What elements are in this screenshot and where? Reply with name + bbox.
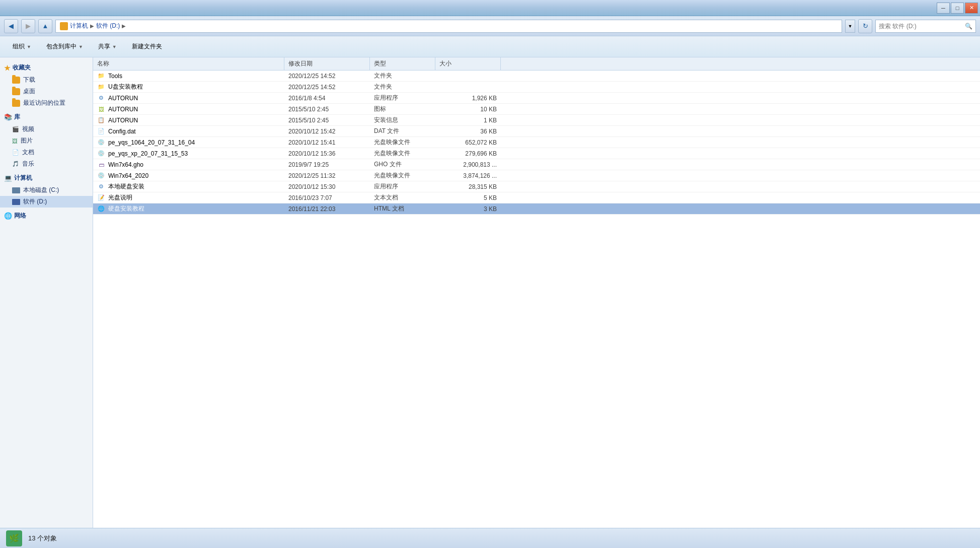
status-icon: 🌿 [6,530,22,546]
file-row[interactable]: 💿 pe_yqs_xp_20_07_31_15_53 2020/10/12 15… [93,148,980,159]
cell-date-10: 2020/10/12 15:30 [284,183,370,190]
cell-size-7: 279,696 KB [435,150,501,157]
cell-date-9: 2020/12/25 11:32 [284,172,370,179]
cell-date-4: 2015/5/10 2:45 [284,117,370,124]
cell-size-10: 28,315 KB [435,183,501,190]
sidebar-item-images[interactable]: 🖼 图片 [0,135,93,147]
sidebar-item-desktop[interactable]: 桌面 [0,86,93,97]
filename-6: pe_yqs_1064_20_07_31_16_04 [108,139,195,146]
sidebar-item-video[interactable]: 🎬 视频 [0,123,93,135]
music-label: 音乐 [22,160,34,168]
sidebar-section-computer: 💻 计算机 本地磁盘 (C:) 软件 (D:) [0,172,93,208]
lib-icon: 📚 [4,113,12,121]
sidebar-item-downloads[interactable]: 下载 [0,74,93,86]
file-row[interactable]: 📋 AUTORUN 2015/5/10 2:45 安装信息 1 KB [93,115,980,126]
file-row[interactable]: ⚙ AUTORUN 2016/1/8 4:54 应用程序 1,926 KB [93,93,980,104]
sidebar-section-network-header[interactable]: 🌐 网络 [0,210,93,222]
close-button[interactable]: ✕ [965,3,978,14]
cell-size-11: 5 KB [435,194,501,201]
filename-5: Config.dat [108,128,136,135]
file-row[interactable]: 📁 Tools 2020/12/25 14:52 文件夹 [93,71,980,82]
file-icon-7: 💿 [97,150,105,158]
file-icon-12: 🌐 [97,205,105,213]
cell-date-6: 2020/10/12 15:41 [284,139,370,146]
cell-date-7: 2020/10/12 15:36 [284,150,370,157]
file-list: 📁 Tools 2020/12/25 14:52 文件夹 📁 U盘安装教程 20… [93,71,980,528]
cell-type-8: GHO 文件 [370,160,435,169]
folder-icon-recent [12,100,20,107]
minimize-button[interactable]: ─ [937,3,950,14]
maximize-button[interactable]: □ [951,3,964,14]
col-header-size[interactable]: 大小 [435,57,501,70]
file-area: 名称 修改日期 类型 大小 📁 Tools 2020/12/25 14:52 文… [93,57,980,528]
sidebar-item-music[interactable]: 🎵 音乐 [0,158,93,170]
network-icon: 🌐 [4,212,12,220]
path-sep1: ▶ [90,23,94,29]
drive-c-label: 本地磁盘 (C:) [23,186,59,194]
include-in-lib-label: 包含到库中 [46,42,77,51]
computer-icon: 💻 [4,174,12,182]
file-row[interactable]: 💿 pe_yqs_1064_20_07_31_16_04 2020/10/12 … [93,137,980,148]
cell-size-8: 2,900,813 ... [435,161,501,168]
col-header-date[interactable]: 修改日期 [284,57,370,70]
sidebar-section-library: 📚 库 🎬 视频 🖼 图片 📄 文档 🎵 音乐 [0,111,93,170]
cell-name-11: 📝 光盘说明 [93,193,284,202]
path-sep2: ▶ [122,23,126,29]
col-header-type[interactable]: 类型 [370,57,435,70]
file-row[interactable]: 📄 Config.dat 2020/10/12 15:42 DAT 文件 36 … [93,126,980,137]
filename-2: AUTORUN [108,95,138,102]
refresh-button[interactable]: ↻ [858,19,872,33]
image-icon: 🖼 [12,138,18,144]
doc-icon: 📄 [12,149,19,156]
file-row[interactable]: 📁 U盘安装教程 2020/12/25 14:52 文件夹 [93,82,980,93]
file-icon-4: 📋 [97,116,105,124]
file-row[interactable]: 🌐 硬盘安装教程 2016/11/21 22:03 HTML 文档 3 KB [93,203,980,215]
forward-button[interactable]: ▶ [21,19,35,33]
cell-size-3: 10 KB [435,106,501,113]
include-in-lib-button[interactable]: 包含到库中 ▼ [40,39,90,55]
drive-d-icon [12,199,20,205]
share-button[interactable]: 共享 ▼ [92,39,123,55]
file-row[interactable]: 🗃 Win7x64.gho 2019/9/7 19:25 GHO 文件 2,90… [93,159,980,170]
sidebar-section-favorites-header[interactable]: ★ 收藏夹 [0,61,93,74]
cell-name-0: 📁 Tools [93,72,284,80]
file-icon-6: 💿 [97,139,105,147]
search-input[interactable] [879,23,963,30]
file-row[interactable]: ⚙ 本地硬盘安装 2020/10/12 15:30 应用程序 28,315 KB [93,181,980,192]
folder-icon [12,77,20,84]
file-row[interactable]: 📝 光盘说明 2016/10/23 7:07 文本文档 5 KB [93,192,980,203]
new-folder-button[interactable]: 新建文件夹 [125,39,169,55]
address-path[interactable]: 计算机 ▶ 软件 (D:) ▶ [55,20,842,33]
sidebar-item-recent[interactable]: 最近访问的位置 [0,97,93,109]
sidebar-item-drive-c[interactable]: 本地磁盘 (C:) [0,184,93,196]
cell-type-4: 安装信息 [370,116,435,124]
file-icon-9: 💿 [97,172,105,180]
filename-3: AUTORUN [108,106,138,113]
col-header-name[interactable]: 名称 [93,57,284,70]
address-dropdown[interactable]: ▼ [845,20,855,33]
organize-button[interactable]: 组织 ▼ [6,39,38,55]
share-label: 共享 [98,42,110,51]
computer-label: 计算机 [14,174,32,182]
star-icon: ★ [4,64,11,72]
sidebar-section-favorites: ★ 收藏夹 下载 桌面 最近访问的位置 [0,61,93,109]
cell-date-12: 2016/11/21 22:03 [284,206,370,213]
status-bar: 🌿 13 个对象 [0,528,980,548]
main-layout: ★ 收藏夹 下载 桌面 最近访问的位置 📚 库 🎬 [0,57,980,528]
sidebar-section-library-header[interactable]: 📚 库 [0,111,93,123]
include-arrow: ▼ [79,44,83,49]
file-list-header: 名称 修改日期 类型 大小 [93,57,980,71]
network-label: 网络 [14,212,26,220]
library-label: 库 [14,113,20,121]
sidebar-item-docs[interactable]: 📄 文档 [0,147,93,158]
cell-type-12: HTML 文档 [370,204,435,213]
sidebar-section-computer-header[interactable]: 💻 计算机 [0,172,93,184]
back-button[interactable]: ◀ [4,19,18,33]
sidebar-item-drive-d[interactable]: 软件 (D:) [0,196,93,208]
up-button[interactable]: ▲ [38,19,52,33]
search-box[interactable]: 🔍 [875,20,976,33]
cell-size-5: 36 KB [435,128,501,135]
filename-8: Win7x64.gho [108,161,143,168]
file-row[interactable]: 🖼 AUTORUN 2015/5/10 2:45 图标 10 KB [93,104,980,115]
file-row[interactable]: 💿 Win7x64_2020 2020/12/25 11:32 光盘映像文件 3… [93,170,980,181]
